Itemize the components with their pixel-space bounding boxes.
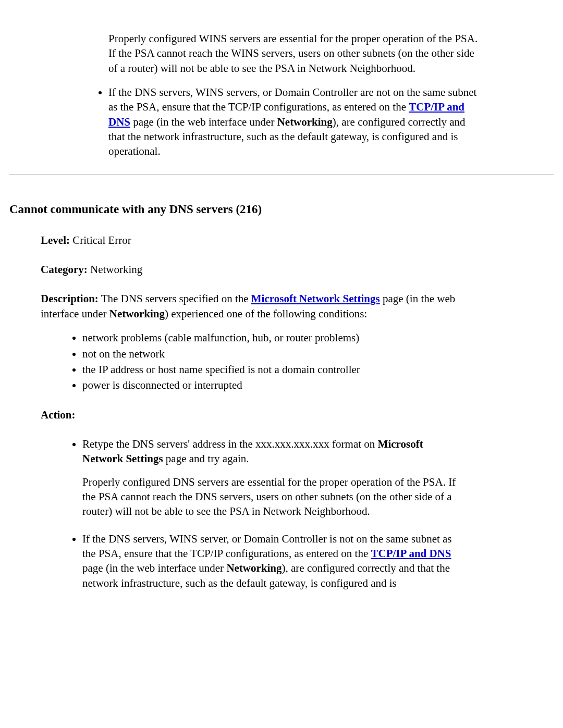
action-label: Action: (41, 409, 76, 421)
level-value: Critical Error (70, 234, 131, 246)
networking-bold: Networking (226, 562, 282, 574)
body-text: The DNS servers specified on the (99, 292, 251, 305)
top-paragraph: Properly configured WINS servers are ess… (108, 31, 481, 76)
level-label: Level: (41, 234, 70, 246)
conditions-list: network problems (cable malfunction, hub… (41, 330, 460, 392)
definition-block: Level: Critical Error Category: Networki… (41, 233, 460, 590)
top-bullet: If the DNS servers, WINS servers, or Dom… (108, 85, 481, 159)
list-item: network problems (cable malfunction, hub… (82, 330, 460, 345)
body-text: Properly configured DNS servers are esse… (82, 475, 460, 519)
action-list: Retype the DNS servers' address in the x… (41, 437, 460, 590)
section-heading: Cannot communicate with any DNS servers … (9, 201, 554, 217)
description-label: Description: (41, 292, 99, 305)
tcpip-dns-link[interactable]: TCP/IP and DNS (371, 547, 451, 560)
action-heading: Action: (41, 408, 460, 422)
description-line: Description: The DNS servers specified o… (41, 291, 460, 321)
list-item: not on the network (82, 347, 460, 361)
networking-bold: Networking (109, 307, 165, 320)
body-text: page and try again. (163, 452, 249, 465)
category-label: Category: (41, 263, 88, 276)
networking-bold: Networking (277, 116, 333, 128)
category-line: Category: Networking (41, 262, 460, 277)
level-line: Level: Critical Error (41, 233, 460, 248)
body-text: ) experienced one of the following condi… (165, 307, 367, 320)
list-item: the IP address or host name specified is… (82, 362, 460, 377)
top-continuation-block: Properly configured WINS servers are ess… (88, 31, 481, 159)
body-text: Retype the DNS servers' address in the x… (82, 438, 378, 450)
action-item-1: Retype the DNS servers' address in the x… (82, 437, 460, 519)
category-value: Networking (88, 263, 143, 276)
list-item: power is disconnected or interrupted (82, 378, 460, 392)
ms-network-settings-link[interactable]: Microsoft Network Settings (251, 292, 380, 305)
section-divider (9, 175, 554, 175)
action-item-2: If the DNS servers, WINS server, or Doma… (82, 532, 460, 590)
body-text: page (in the web interface under (130, 116, 277, 128)
body-text: Properly configured WINS servers are ess… (108, 32, 478, 75)
body-text: page (in the web interface under (82, 562, 226, 574)
